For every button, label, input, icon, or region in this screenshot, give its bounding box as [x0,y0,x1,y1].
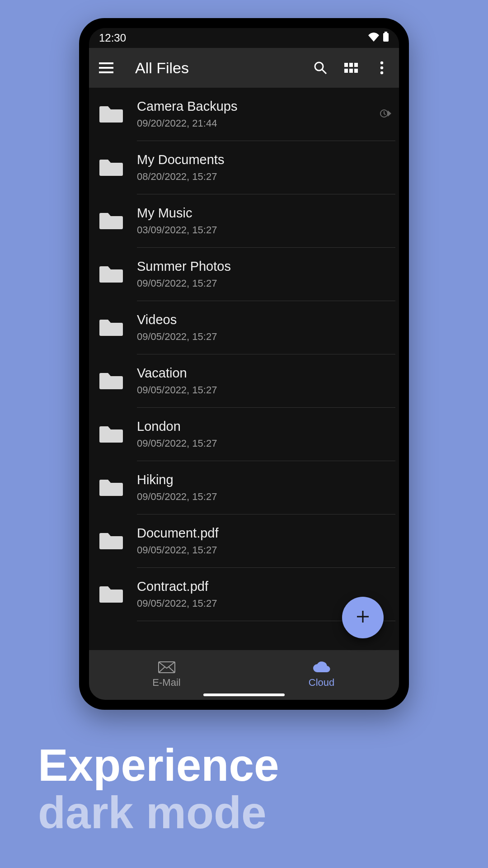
svg-rect-4 [99,71,113,73]
file-list[interactable]: Camera Backups09/20/2022, 21:44My Docume… [89,88,399,650]
wifi-icon [368,32,379,44]
list-item[interactable]: Camera Backups09/20/2022, 21:44 [89,88,399,141]
item-name: Summer Photos [137,259,392,274]
menu-icon[interactable] [97,62,115,73]
nav-email-label: E-Mail [152,677,180,689]
list-item[interactable]: London09/05/2022, 15:27 [89,408,399,461]
item-name: Videos [137,313,392,327]
more-icon[interactable] [373,61,391,75]
svg-rect-8 [349,63,353,67]
svg-rect-3 [99,67,113,69]
item-name: Vacation [137,366,392,381]
item-name: My Documents [137,153,392,167]
svg-line-6 [322,70,326,74]
svg-point-13 [380,61,383,64]
folder-icon [99,317,123,339]
svg-rect-2 [99,62,113,64]
folder-icon [99,424,123,445]
item-name: London [137,420,392,434]
sync-pending-icon [380,108,392,120]
svg-rect-1 [383,33,389,42]
item-date: 03/09/2022, 15:27 [137,224,392,236]
nav-cloud-label: Cloud [309,677,334,689]
item-name: My Music [137,206,392,221]
plus-icon [355,609,371,626]
add-button[interactable] [342,597,384,638]
list-item[interactable]: My Documents08/20/2022, 15:27 [89,141,399,194]
item-date: 09/05/2022, 15:27 [137,544,392,556]
status-time: 12:30 [99,32,126,44]
list-item[interactable]: Videos09/05/2022, 15:27 [89,301,399,354]
list-item[interactable]: Vacation09/05/2022, 15:27 [89,354,399,408]
email-icon [158,661,175,675]
item-name: Hiking [137,473,392,487]
list-item[interactable]: Summer Photos09/05/2022, 15:27 [89,248,399,301]
battery-icon [383,32,389,44]
item-date: 09/05/2022, 15:27 [137,438,392,449]
toolbar: All Files [89,48,399,88]
folder-icon [99,157,123,179]
nav-email[interactable]: E-Mail [89,650,244,700]
folder-icon [99,584,123,605]
item-name: Contract.pdf [137,580,392,594]
folder-icon [99,530,123,552]
svg-point-5 [315,62,323,71]
svg-rect-9 [354,63,358,67]
item-date: 09/05/2022, 15:27 [137,331,392,343]
item-name: Camera Backups [137,99,376,114]
bottom-nav: E-Mail Cloud [89,650,399,700]
svg-rect-11 [349,69,353,73]
svg-rect-12 [354,69,358,73]
search-icon[interactable] [311,61,329,75]
item-date: 09/05/2022, 15:27 [137,491,392,503]
home-indicator[interactable] [203,693,285,696]
page-title: All Files [135,59,299,77]
svg-rect-0 [385,32,387,33]
caption-line-2: dark mode [38,789,279,836]
nav-cloud[interactable]: Cloud [244,650,399,700]
item-date: 08/20/2022, 15:27 [137,171,392,183]
folder-icon [99,477,123,499]
item-date: 09/05/2022, 15:27 [137,278,392,289]
svg-rect-10 [344,69,348,73]
list-item[interactable]: Document.pdf09/05/2022, 15:27 [89,514,399,568]
list-item[interactable]: Hiking09/05/2022, 15:27 [89,461,399,514]
phone-frame: 12:30 All Files [79,18,409,710]
caption-line-1: Experience [38,741,279,789]
folder-icon [99,104,123,125]
screen: 12:30 All Files [89,28,399,700]
svg-point-14 [380,66,383,69]
status-bar: 12:30 [89,28,399,48]
cloud-icon [312,661,331,675]
folder-icon [99,370,123,392]
svg-rect-7 [344,63,348,67]
item-date: 09/05/2022, 15:27 [137,384,392,396]
folder-icon [99,210,123,232]
grid-view-icon[interactable] [342,63,360,73]
list-item[interactable]: My Music03/09/2022, 15:27 [89,194,399,248]
item-date: 09/20/2022, 21:44 [137,118,376,129]
svg-point-15 [380,71,383,74]
item-name: Document.pdf [137,526,392,541]
folder-icon [99,264,123,285]
marketing-caption: Experience dark mode [38,741,279,836]
